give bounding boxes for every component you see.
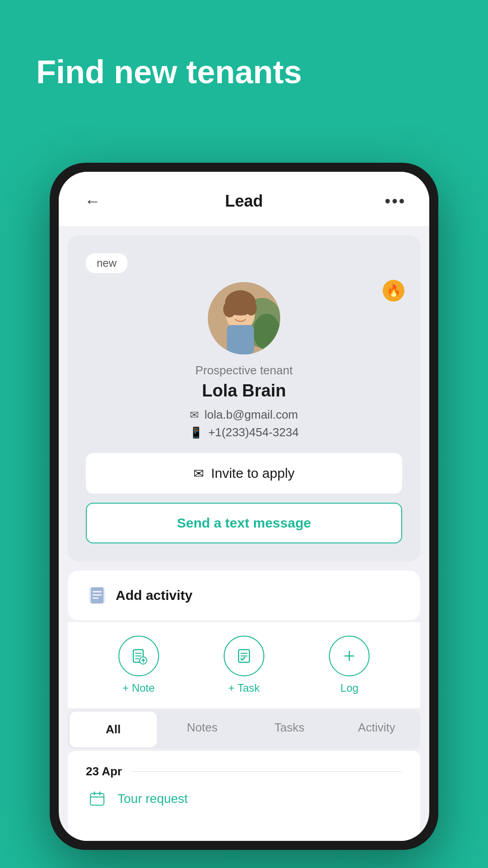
- date-value: 23 Apr: [86, 764, 122, 778]
- more-options-button[interactable]: •••: [384, 190, 407, 212]
- email-row: ✉ lola.b@gmail.com: [190, 408, 298, 422]
- invite-label: Invite to apply: [211, 466, 295, 481]
- svg-rect-26: [90, 793, 104, 805]
- tab-tasks[interactable]: Tasks: [246, 710, 333, 749]
- phone-device: ← Lead ••• new: [50, 163, 438, 850]
- tenant-name: Lola Brain: [86, 381, 402, 401]
- tab-notes[interactable]: Notes: [159, 710, 246, 749]
- fire-badge: 🔥: [383, 280, 404, 302]
- timeline-date: 23 Apr: [86, 764, 402, 778]
- note-label: + Note: [122, 682, 155, 694]
- calendar-icon: [88, 790, 106, 808]
- log-label: Log: [340, 682, 358, 694]
- add-note-button[interactable]: + Note: [118, 636, 159, 694]
- svg-point-2: [253, 314, 280, 350]
- action-icons-row: + Note + Task: [86, 636, 402, 694]
- note-svg-icon: [130, 647, 148, 665]
- task-svg-icon: [235, 647, 253, 665]
- phone-value: +1(233)454-3234: [208, 425, 299, 439]
- tour-request-icon: [86, 788, 108, 810]
- profile-card: new: [68, 235, 420, 561]
- envelope-icon: ✉: [193, 466, 204, 481]
- back-arrow-icon: ←: [84, 192, 101, 211]
- screen-header: ← Lead •••: [59, 172, 429, 226]
- text-message-label: Send a text message: [177, 515, 311, 531]
- activity-list-icon: [87, 585, 107, 605]
- add-activity-section: Add activity: [68, 571, 420, 620]
- log-button[interactable]: Log: [329, 636, 370, 694]
- log-svg-icon: [340, 647, 358, 665]
- email-icon: ✉: [190, 409, 199, 421]
- activity-icon-box: [86, 584, 108, 607]
- tab-activity[interactable]: Activity: [333, 710, 420, 749]
- fire-icon: 🔥: [386, 284, 401, 298]
- task-circle-icon: [224, 636, 264, 676]
- date-divider: [131, 771, 402, 772]
- more-dots-icon: •••: [385, 192, 406, 211]
- svg-rect-4: [227, 325, 254, 354]
- action-icons-section: + Note + Task: [68, 622, 420, 708]
- add-activity-title: Add activity: [116, 588, 192, 603]
- send-text-message-button[interactable]: Send a text message: [86, 503, 402, 543]
- timeline-item: Tour request: [86, 788, 402, 810]
- page-title: Find new tenants: [0, 0, 488, 117]
- invite-to-apply-button[interactable]: ✉ Invite to apply: [86, 453, 402, 494]
- note-circle-icon: [118, 636, 159, 676]
- back-button[interactable]: ←: [81, 190, 104, 212]
- activity-header: Add activity: [86, 584, 402, 607]
- phone-icon: 📱: [189, 426, 203, 439]
- svg-point-9: [246, 301, 257, 316]
- tour-request-label: Tour request: [117, 792, 188, 806]
- header-title: Lead: [225, 192, 263, 211]
- phone-screen: ← Lead ••• new: [59, 172, 429, 841]
- add-task-button[interactable]: + Task: [224, 636, 264, 694]
- phone-row: 📱 +1(233)454-3234: [189, 425, 299, 439]
- activity-tabs: All Notes Tasks Activity: [68, 710, 420, 749]
- avatar-container: 🔥: [86, 282, 402, 354]
- tenant-role-label: Prospective tenant: [86, 363, 402, 377]
- log-circle-icon: [329, 636, 370, 676]
- svg-point-8: [223, 301, 236, 317]
- email-value: lola.b@gmail.com: [204, 408, 298, 422]
- new-badge: new: [86, 253, 127, 273]
- tab-all[interactable]: All: [70, 712, 157, 747]
- task-label: + Task: [228, 682, 260, 694]
- avatar: [208, 282, 280, 354]
- timeline-section: 23 Apr Tour request: [68, 751, 420, 841]
- contact-info: ✉ lola.b@gmail.com 📱 +1(233)454-3234: [86, 408, 402, 439]
